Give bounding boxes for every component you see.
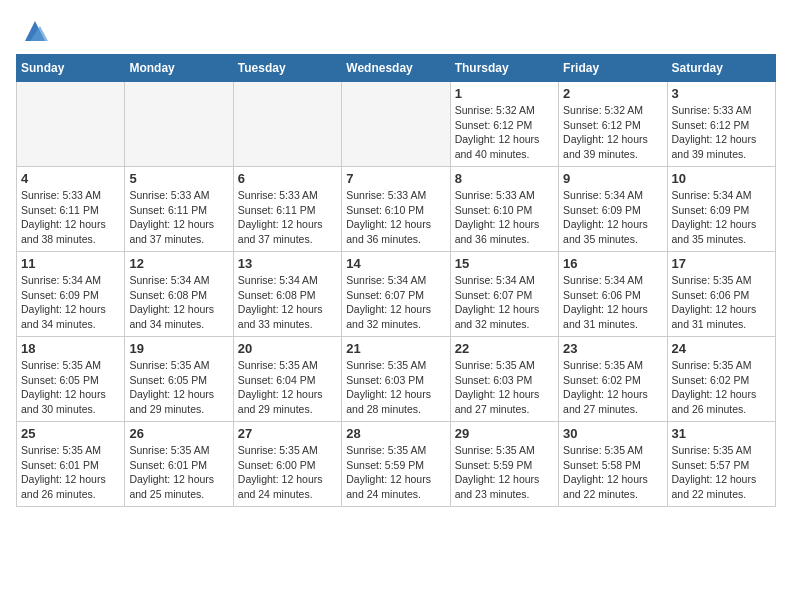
calendar-cell: 19Sunrise: 5:35 AMSunset: 6:05 PMDayligh… [125, 337, 233, 422]
day-info: Sunrise: 5:33 AMSunset: 6:11 PMDaylight:… [129, 188, 228, 247]
day-info: Sunrise: 5:35 AMSunset: 6:06 PMDaylight:… [672, 273, 771, 332]
day-number: 10 [672, 171, 771, 186]
day-info: Sunrise: 5:35 AMSunset: 5:58 PMDaylight:… [563, 443, 662, 502]
calendar-cell: 26Sunrise: 5:35 AMSunset: 6:01 PMDayligh… [125, 422, 233, 507]
calendar-cell: 16Sunrise: 5:34 AMSunset: 6:06 PMDayligh… [559, 252, 667, 337]
day-number: 28 [346, 426, 445, 441]
calendar-cell: 13Sunrise: 5:34 AMSunset: 6:08 PMDayligh… [233, 252, 341, 337]
day-info: Sunrise: 5:35 AMSunset: 6:02 PMDaylight:… [563, 358, 662, 417]
day-number: 16 [563, 256, 662, 271]
calendar-cell: 30Sunrise: 5:35 AMSunset: 5:58 PMDayligh… [559, 422, 667, 507]
day-number: 24 [672, 341, 771, 356]
calendar-header-thursday: Thursday [450, 55, 558, 82]
week-row-3: 18Sunrise: 5:35 AMSunset: 6:05 PMDayligh… [17, 337, 776, 422]
calendar-cell: 8Sunrise: 5:33 AMSunset: 6:10 PMDaylight… [450, 167, 558, 252]
page-header [16, 16, 776, 46]
calendar-cell: 2Sunrise: 5:32 AMSunset: 6:12 PMDaylight… [559, 82, 667, 167]
calendar-cell: 11Sunrise: 5:34 AMSunset: 6:09 PMDayligh… [17, 252, 125, 337]
day-info: Sunrise: 5:35 AMSunset: 6:05 PMDaylight:… [129, 358, 228, 417]
calendar-cell: 14Sunrise: 5:34 AMSunset: 6:07 PMDayligh… [342, 252, 450, 337]
calendar-cell: 21Sunrise: 5:35 AMSunset: 6:03 PMDayligh… [342, 337, 450, 422]
day-number: 11 [21, 256, 120, 271]
day-info: Sunrise: 5:35 AMSunset: 6:01 PMDaylight:… [129, 443, 228, 502]
day-info: Sunrise: 5:35 AMSunset: 6:03 PMDaylight:… [346, 358, 445, 417]
calendar-cell: 20Sunrise: 5:35 AMSunset: 6:04 PMDayligh… [233, 337, 341, 422]
day-number: 26 [129, 426, 228, 441]
calendar-cell: 3Sunrise: 5:33 AMSunset: 6:12 PMDaylight… [667, 82, 775, 167]
day-info: Sunrise: 5:35 AMSunset: 5:59 PMDaylight:… [455, 443, 554, 502]
day-info: Sunrise: 5:35 AMSunset: 6:01 PMDaylight:… [21, 443, 120, 502]
day-info: Sunrise: 5:35 AMSunset: 5:59 PMDaylight:… [346, 443, 445, 502]
logo [16, 16, 50, 46]
calendar-cell: 9Sunrise: 5:34 AMSunset: 6:09 PMDaylight… [559, 167, 667, 252]
day-info: Sunrise: 5:34 AMSunset: 6:07 PMDaylight:… [455, 273, 554, 332]
calendar-header-wednesday: Wednesday [342, 55, 450, 82]
day-number: 17 [672, 256, 771, 271]
calendar-cell: 6Sunrise: 5:33 AMSunset: 6:11 PMDaylight… [233, 167, 341, 252]
day-info: Sunrise: 5:35 AMSunset: 6:05 PMDaylight:… [21, 358, 120, 417]
day-info: Sunrise: 5:35 AMSunset: 6:02 PMDaylight:… [672, 358, 771, 417]
calendar-cell: 12Sunrise: 5:34 AMSunset: 6:08 PMDayligh… [125, 252, 233, 337]
day-number: 9 [563, 171, 662, 186]
day-number: 3 [672, 86, 771, 101]
calendar-header-friday: Friday [559, 55, 667, 82]
day-info: Sunrise: 5:33 AMSunset: 6:10 PMDaylight:… [455, 188, 554, 247]
day-info: Sunrise: 5:35 AMSunset: 6:03 PMDaylight:… [455, 358, 554, 417]
calendar-cell: 10Sunrise: 5:34 AMSunset: 6:09 PMDayligh… [667, 167, 775, 252]
day-info: Sunrise: 5:34 AMSunset: 6:09 PMDaylight:… [672, 188, 771, 247]
day-number: 7 [346, 171, 445, 186]
day-info: Sunrise: 5:35 AMSunset: 6:00 PMDaylight:… [238, 443, 337, 502]
calendar-cell: 23Sunrise: 5:35 AMSunset: 6:02 PMDayligh… [559, 337, 667, 422]
day-number: 21 [346, 341, 445, 356]
week-row-2: 11Sunrise: 5:34 AMSunset: 6:09 PMDayligh… [17, 252, 776, 337]
day-number: 2 [563, 86, 662, 101]
calendar-cell: 28Sunrise: 5:35 AMSunset: 5:59 PMDayligh… [342, 422, 450, 507]
calendar-cell: 17Sunrise: 5:35 AMSunset: 6:06 PMDayligh… [667, 252, 775, 337]
day-number: 19 [129, 341, 228, 356]
day-number: 4 [21, 171, 120, 186]
day-info: Sunrise: 5:32 AMSunset: 6:12 PMDaylight:… [563, 103, 662, 162]
calendar-cell [233, 82, 341, 167]
calendar-cell: 22Sunrise: 5:35 AMSunset: 6:03 PMDayligh… [450, 337, 558, 422]
day-number: 22 [455, 341, 554, 356]
calendar-cell [125, 82, 233, 167]
day-number: 6 [238, 171, 337, 186]
week-row-0: 1Sunrise: 5:32 AMSunset: 6:12 PMDaylight… [17, 82, 776, 167]
calendar-header-tuesday: Tuesday [233, 55, 341, 82]
week-row-4: 25Sunrise: 5:35 AMSunset: 6:01 PMDayligh… [17, 422, 776, 507]
day-number: 29 [455, 426, 554, 441]
calendar-header-sunday: Sunday [17, 55, 125, 82]
day-info: Sunrise: 5:34 AMSunset: 6:08 PMDaylight:… [238, 273, 337, 332]
day-number: 20 [238, 341, 337, 356]
day-info: Sunrise: 5:33 AMSunset: 6:10 PMDaylight:… [346, 188, 445, 247]
day-info: Sunrise: 5:34 AMSunset: 6:08 PMDaylight:… [129, 273, 228, 332]
calendar-cell: 18Sunrise: 5:35 AMSunset: 6:05 PMDayligh… [17, 337, 125, 422]
day-number: 31 [672, 426, 771, 441]
day-number: 15 [455, 256, 554, 271]
calendar-cell: 24Sunrise: 5:35 AMSunset: 6:02 PMDayligh… [667, 337, 775, 422]
calendar-table: SundayMondayTuesdayWednesdayThursdayFrid… [16, 54, 776, 507]
calendar-cell: 25Sunrise: 5:35 AMSunset: 6:01 PMDayligh… [17, 422, 125, 507]
calendar-cell: 27Sunrise: 5:35 AMSunset: 6:00 PMDayligh… [233, 422, 341, 507]
day-number: 23 [563, 341, 662, 356]
calendar-header-saturday: Saturday [667, 55, 775, 82]
day-number: 27 [238, 426, 337, 441]
calendar-cell: 1Sunrise: 5:32 AMSunset: 6:12 PMDaylight… [450, 82, 558, 167]
day-info: Sunrise: 5:34 AMSunset: 6:09 PMDaylight:… [21, 273, 120, 332]
calendar-header-monday: Monday [125, 55, 233, 82]
calendar-cell: 5Sunrise: 5:33 AMSunset: 6:11 PMDaylight… [125, 167, 233, 252]
day-number: 12 [129, 256, 228, 271]
calendar-cell: 29Sunrise: 5:35 AMSunset: 5:59 PMDayligh… [450, 422, 558, 507]
calendar-cell: 7Sunrise: 5:33 AMSunset: 6:10 PMDaylight… [342, 167, 450, 252]
day-info: Sunrise: 5:34 AMSunset: 6:07 PMDaylight:… [346, 273, 445, 332]
week-row-1: 4Sunrise: 5:33 AMSunset: 6:11 PMDaylight… [17, 167, 776, 252]
day-info: Sunrise: 5:33 AMSunset: 6:11 PMDaylight:… [238, 188, 337, 247]
calendar-header-row: SundayMondayTuesdayWednesdayThursdayFrid… [17, 55, 776, 82]
day-number: 25 [21, 426, 120, 441]
day-number: 8 [455, 171, 554, 186]
day-number: 5 [129, 171, 228, 186]
calendar-cell: 4Sunrise: 5:33 AMSunset: 6:11 PMDaylight… [17, 167, 125, 252]
calendar-cell [342, 82, 450, 167]
calendar-cell: 15Sunrise: 5:34 AMSunset: 6:07 PMDayligh… [450, 252, 558, 337]
day-number: 30 [563, 426, 662, 441]
